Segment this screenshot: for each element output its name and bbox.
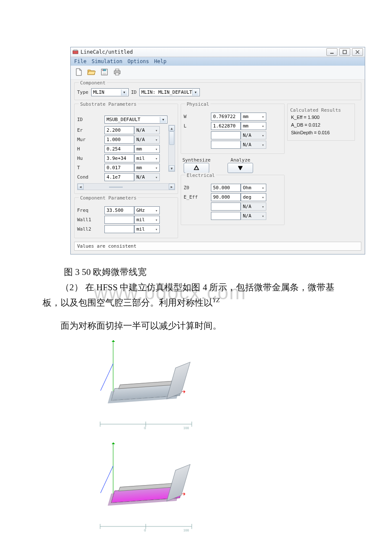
param-label: Cond — [77, 174, 104, 180]
scroll-right-icon[interactable]: ▶ — [169, 184, 175, 190]
hscroll-thumb[interactable] — [109, 187, 123, 188]
chevron-down-icon: ▾ — [192, 90, 199, 95]
scroll-down-icon[interactable]: ▼ — [169, 165, 175, 171]
freq-input[interactable]: 33.500 — [104, 206, 134, 214]
physical-group: Physical W0.769722mm▾ L1.622870mm▾ N/A▾ … — [181, 104, 285, 154]
phys3-input[interactable] — [211, 131, 241, 139]
param-label: L — [184, 123, 211, 129]
substrate-id-label: ID — [77, 117, 104, 122]
scroll-left-icon[interactable]: ◀ — [78, 184, 84, 190]
svg-rect-2 — [330, 53, 334, 54]
component-params-group-label: Component Parameters — [79, 195, 138, 201]
window-maximize-button[interactable] — [339, 48, 350, 56]
save-file-icon[interactable] — [100, 67, 109, 77]
t-input[interactable]: 0.017 — [104, 164, 134, 172]
param-label: Freq — [77, 208, 104, 213]
elec3-input[interactable] — [211, 202, 241, 211]
l-input[interactable]: 1.622870 — [211, 122, 241, 130]
h-input[interactable]: 0.254 — [104, 145, 134, 153]
z0-unit[interactable]: Ohm▾ — [241, 184, 266, 192]
titlebar: LineCalc/untitled — [71, 47, 365, 57]
mur-input[interactable]: 1.000 — [104, 136, 134, 144]
component-id-value: MLIN: MLIN_DEFAULT — [141, 90, 192, 95]
cond-input[interactable]: 4.1e7 — [104, 173, 134, 181]
component-group: Component Type MLIN ▾ ID MLIN: MLIN_DEFA… — [74, 82, 361, 100]
wall2-unit[interactable]: mil▾ — [134, 225, 160, 233]
eeff-unit[interactable]: deg▾ — [241, 193, 266, 201]
phys4-unit[interactable]: N/A▾ — [241, 141, 266, 149]
elec3-unit[interactable]: N/A▾ — [241, 202, 266, 211]
menu-options[interactable]: Options — [127, 58, 149, 64]
result-line: A_DB = 0.012 — [291, 122, 352, 127]
scroll-up-icon[interactable]: ▲ — [169, 125, 175, 131]
param-label: W — [184, 114, 211, 119]
svg-rect-9 — [115, 69, 119, 71]
w-input[interactable]: 0.769722 — [211, 113, 241, 121]
t-unit[interactable]: mm▾ — [134, 164, 160, 172]
svg-rect-6 — [103, 72, 106, 75]
type-label: Type — [77, 90, 89, 95]
w-unit[interactable]: mm▾ — [241, 113, 266, 121]
elec4-input[interactable] — [211, 212, 241, 220]
component-parameters-group: Component Parameters Freq33.500GHz▾ Wall… — [74, 197, 178, 238]
status-bar: Values are consistent — [74, 242, 361, 251]
menu-simulation[interactable]: Simulation — [92, 58, 122, 64]
component-id-combo[interactable]: MLIN: MLIN_DEFAULT ▾ — [139, 88, 200, 96]
menubar: File Simulation Options Help — [71, 57, 365, 66]
substrate-group-label: Substrate Parameters — [79, 101, 138, 107]
synthesize-button[interactable] — [184, 163, 209, 173]
elec4-unit[interactable]: N/A▾ — [241, 212, 266, 220]
freq-unit[interactable]: GHz▾ — [134, 206, 160, 214]
ruler-icon: 0 100 — [98, 419, 196, 432]
app-icon — [72, 49, 78, 55]
print-icon[interactable] — [112, 67, 122, 77]
er-input[interactable]: 2.200 — [104, 126, 134, 134]
open-file-icon[interactable] — [87, 67, 96, 77]
hu-unit[interactable]: mil▾ — [134, 154, 160, 162]
substrate-id-combo[interactable]: MSUB_DEFAULT ▾ — [104, 116, 167, 124]
z0-input[interactable]: 50.000 — [211, 184, 241, 192]
h-unit[interactable]: mm▾ — [134, 145, 160, 153]
param-label: H — [77, 146, 104, 152]
paragraph: 面为对称面切掉一半可以减少计算时间。 — [43, 318, 349, 334]
substrate-scrollbar[interactable]: ▲ ▼ — [168, 125, 175, 172]
window-close-button[interactable] — [352, 48, 363, 56]
paragraph: （2） 在 HFSS 中建立仿真模型如图 4 所示，包括微带金属条，微带基板，以… — [43, 280, 349, 311]
svg-rect-10 — [115, 73, 119, 75]
menu-help[interactable]: Help — [154, 58, 167, 64]
physical-group-label: Physical — [185, 101, 210, 107]
mur-unit[interactable]: N/A▾ — [134, 136, 160, 144]
cond-unit[interactable]: N/A▾ — [134, 173, 160, 181]
synthesize-label: Synthesize — [182, 157, 210, 163]
phys4-input[interactable] — [211, 141, 241, 149]
substrate-hscrollbar[interactable]: ◀ ▶ — [77, 183, 175, 190]
type-combo[interactable]: MLIN ▾ — [91, 88, 129, 96]
linecalc-window: LineCalc/untitled File Simulation Option… — [70, 47, 365, 254]
axis-icon — [102, 338, 103, 406]
scroll-thumb[interactable] — [169, 131, 174, 145]
wall1-input[interactable] — [104, 216, 134, 224]
er-unit[interactable]: N/A▾ — [134, 126, 160, 134]
new-file-icon[interactable] — [74, 67, 84, 77]
l-unit[interactable]: mm▾ — [241, 122, 266, 130]
svg-text:0: 0 — [144, 426, 146, 430]
phys3-unit[interactable]: N/A▾ — [241, 131, 266, 139]
hu-input[interactable]: 3.9e+34 — [104, 154, 134, 162]
eeff-input[interactable]: 90.000 — [211, 193, 241, 201]
svg-rect-3 — [343, 50, 346, 54]
window-title: LineCalc/untitled — [81, 49, 133, 55]
svg-text:0: 0 — [144, 528, 146, 532]
param-label: Mur — [77, 137, 104, 142]
ruler-icon: 0 100 — [98, 521, 196, 534]
wall1-unit[interactable]: mil▾ — [134, 216, 160, 224]
param-label: Hu — [77, 156, 104, 161]
electrical-group: Electrical Z050.000Ohm▾ E_Eff90.000deg▾ … — [181, 175, 285, 225]
figure-caption: 图 3 50 欧姆微带线宽 — [64, 265, 349, 280]
window-minimize-button[interactable] — [326, 48, 337, 56]
analyze-button[interactable] — [228, 163, 253, 173]
param-label: Wall2 — [77, 226, 104, 232]
wall2-input[interactable] — [104, 225, 134, 233]
svg-rect-5 — [103, 69, 106, 71]
menu-file[interactable]: File — [74, 58, 86, 64]
svg-text:100: 100 — [183, 426, 189, 430]
